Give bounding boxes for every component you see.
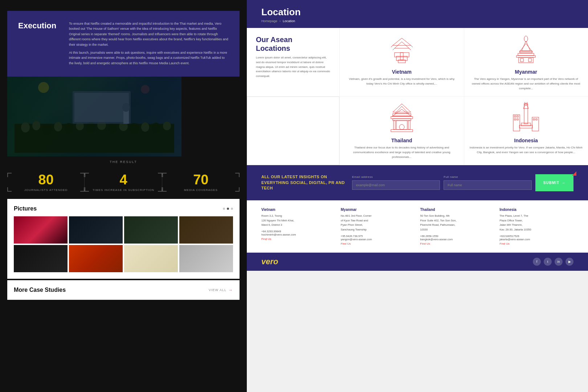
indonesia-address: The Plaza, Level 7, ThePlaza Office Towe… — [499, 214, 573, 232]
addresses-section: Vietnam Room 3.2, Toong126 Nguyen Thi Mi… — [247, 200, 588, 253]
svg-marker-41 — [395, 106, 409, 114]
vietnam-phone: +84.3293.99849 — [261, 230, 335, 233]
myanmar-desc: The Vero agency in Yangon, Myanmar is an… — [470, 77, 583, 91]
coverages-desc: MEDIA COVERAGES — [162, 188, 240, 192]
address-thailand: Thailand 50 Ton Son Building, 4thFloor S… — [420, 208, 494, 245]
myanmar-card[interactable]: Myanmar The Vero agency in Yangon, Myanm… — [464, 28, 588, 96]
execution-text: To ensure that Netflix created a memorab… — [69, 21, 229, 66]
svg-point-9 — [109, 123, 117, 133]
svg-rect-47 — [399, 124, 404, 130]
dot-3[interactable] — [231, 208, 233, 210]
dot-1[interactable] — [223, 208, 225, 210]
indonesia-card[interactable]: Indonesia Indonesia is an investment pri… — [464, 97, 588, 165]
top-cards-row: Our AseanLocations Lorem ipsum dolor sit… — [247, 28, 588, 96]
address-myanmar: Myanmar No.46/1 3rd Floor, Cornerof Kyun… — [341, 208, 415, 245]
thailand-address: 50 Ton Son Building, 4thFloor Suite 402,… — [420, 214, 494, 232]
thailand-desc: Thailand drew our focus due to its decad… — [345, 146, 458, 159]
name-input[interactable] — [444, 180, 531, 190]
myanmar-email: yangon@vero-asean.com — [341, 238, 415, 241]
svg-point-2 — [32, 121, 40, 130]
facebook-icon[interactable]: f — [533, 258, 541, 266]
dot-2[interactable] — [227, 208, 229, 210]
photo-5 — [14, 245, 68, 272]
name-label: Full name — [444, 175, 531, 179]
indonesia-icon — [510, 102, 542, 135]
svg-marker-40 — [393, 104, 411, 112]
breadcrumb-sep: › — [279, 19, 281, 23]
svg-line-30 — [409, 48, 411, 50]
photo-1 — [14, 216, 68, 244]
name-field: Full name — [444, 175, 531, 190]
indonesia-phone: +622180517526 — [499, 234, 573, 238]
indonesia-desc: Indonesia is an investment priority for … — [470, 146, 583, 155]
svg-point-11 — [130, 123, 139, 134]
svg-rect-58 — [514, 116, 516, 117]
vietnam-findus[interactable]: Find Us — [261, 237, 335, 241]
svg-point-17 — [38, 82, 49, 93]
right-panel: Location Homepage › Location Our AseanLo… — [247, 0, 588, 392]
svg-rect-21 — [398, 60, 405, 63]
breadcrumb-home[interactable]: Homepage — [261, 19, 277, 23]
bottom-cards-row: Thailand Thailand drew our focus due to … — [247, 97, 588, 165]
address-indonesia: Indonesia The Plaza, Level 7, ThePlaza O… — [499, 208, 573, 245]
pictures-section: Pictures — [7, 199, 240, 279]
svg-line-29 — [393, 48, 395, 50]
thailand-card-main[interactable]: Thailand Thailand drew our focus due to … — [340, 97, 464, 165]
journalists-desc: JOURNALISTS ATTENDED — [7, 188, 85, 192]
svg-rect-36 — [516, 56, 535, 57]
myanmar-country: Myanmar — [341, 208, 415, 212]
svg-rect-63 — [536, 119, 537, 120]
svg-rect-35 — [518, 53, 534, 56]
breadcrumb-current: Location — [283, 19, 295, 23]
myanmar-findus[interactable]: Find Us — [341, 242, 415, 245]
svg-point-12 — [141, 122, 149, 132]
asean-intro-card: Our AseanLocations Lorem ipsum dolor sit… — [247, 28, 339, 96]
view-all-link[interactable]: VIEW ALL → — [209, 287, 233, 293]
svg-rect-39 — [528, 58, 531, 62]
vietnam-card[interactable]: Vietnam Vietnam, given it's growth and p… — [340, 28, 464, 96]
results-section: THE RESULT 80 JOURNALISTS ATTENDED 4 TIM… — [0, 156, 247, 199]
photo-8 — [179, 245, 233, 272]
results-label: THE RESULT — [7, 160, 240, 164]
arrow-right-icon: → — [228, 287, 233, 293]
vietnam-icon — [387, 33, 416, 66]
result-coverages: 70 MEDIA COVERAGES — [162, 173, 240, 192]
address-vietnam: Vietnam Room 3.2, Toong126 Nguyen Thi Mi… — [261, 208, 335, 245]
indonesia-findus[interactable]: Find Us — [499, 242, 573, 245]
thailand-findus[interactable]: Find Us — [420, 242, 494, 245]
pictures-nav[interactable] — [223, 208, 233, 210]
svg-point-20 — [122, 103, 130, 112]
email-input[interactable] — [352, 180, 440, 190]
svg-rect-46 — [396, 121, 407, 130]
svg-rect-50 — [391, 130, 413, 132]
youtube-icon[interactable]: ▶ — [565, 258, 573, 266]
svg-rect-60 — [514, 119, 516, 120]
thailand-icon — [385, 102, 418, 135]
indonesia-country: Indonesia — [499, 208, 573, 212]
twitter-icon[interactable]: t — [544, 258, 552, 266]
svg-point-5 — [65, 123, 73, 133]
result-subscription: 4 TIMES INCREASE IN SUBSCRIPTION — [85, 173, 162, 192]
svg-rect-45 — [393, 119, 411, 121]
svg-point-1 — [21, 122, 30, 132]
svg-marker-25 — [395, 42, 409, 48]
execution-section: Execution To ensure that Netflix created… — [7, 11, 240, 77]
svg-rect-51 — [524, 104, 528, 124]
social-icons: f t in ▶ — [533, 258, 573, 266]
vero-logo: vero — [261, 257, 278, 266]
svg-line-28 — [411, 45, 413, 47]
photo-grid — [14, 216, 233, 272]
svg-point-13 — [152, 123, 160, 133]
linkedin-icon[interactable]: in — [555, 258, 563, 266]
thailand-card[interactable] — [247, 97, 339, 165]
results-grid: 80 JOURNALISTS ATTENDED 4 TIMES INCREASE… — [7, 169, 240, 195]
svg-point-18 — [141, 85, 150, 94]
submit-button[interactable]: SUBMIT → — [535, 174, 573, 191]
location-title: Location — [261, 7, 573, 18]
myanmar-name: Myanmar — [515, 69, 537, 75]
footer-bar: vero f t in ▶ — [247, 253, 588, 271]
vietnam-country: Vietnam — [261, 208, 335, 212]
execution-title: Execution — [18, 21, 62, 30]
thailand-phone: +66.2658.1550 — [420, 234, 494, 238]
svg-point-4 — [54, 122, 62, 131]
